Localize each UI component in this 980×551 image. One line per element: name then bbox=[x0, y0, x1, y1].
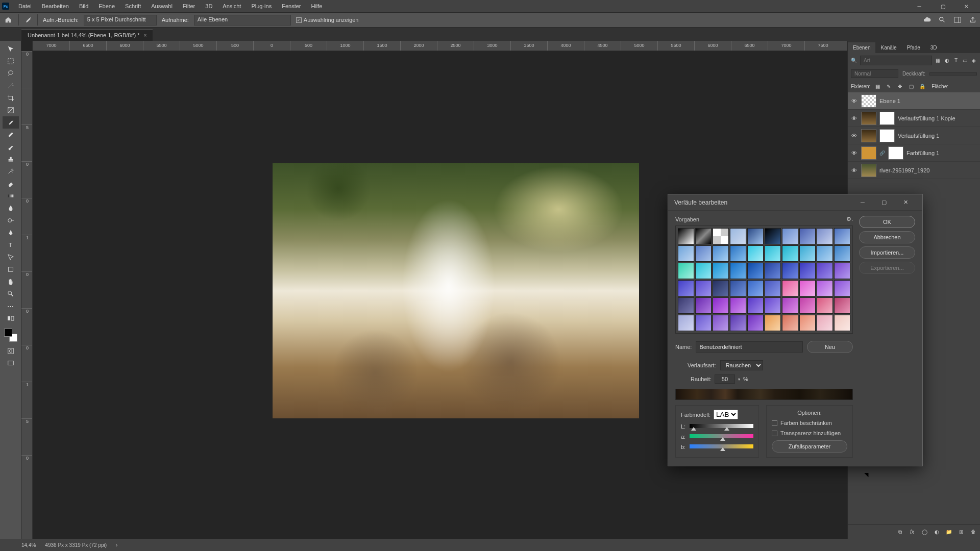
preset-swatch[interactable] bbox=[747, 263, 764, 279]
preset-swatch[interactable] bbox=[713, 280, 729, 296]
layer-mask-thumb[interactable] bbox=[879, 112, 895, 125]
preset-swatch[interactable] bbox=[834, 280, 850, 296]
preset-swatch[interactable] bbox=[747, 280, 764, 296]
dialog-minimize-button[interactable]: ─ bbox=[852, 195, 873, 210]
b-slider[interactable] bbox=[690, 444, 753, 449]
close-button[interactable]: ✕ bbox=[954, 0, 978, 12]
preset-swatch[interactable] bbox=[799, 263, 816, 279]
add-transparency-checkbox[interactable]: Transparenz hinzufügen bbox=[772, 430, 847, 436]
layer-thumb[interactable] bbox=[861, 94, 876, 108]
layer-thumb[interactable] bbox=[861, 164, 876, 177]
preset-swatch[interactable] bbox=[765, 245, 781, 262]
preset-swatch[interactable] bbox=[730, 297, 746, 314]
preset-swatch[interactable] bbox=[799, 297, 816, 314]
preset-swatch[interactable] bbox=[817, 263, 833, 279]
blur-tool[interactable] bbox=[3, 202, 19, 214]
lasso-tool[interactable] bbox=[3, 67, 19, 80]
cloud-icon[interactable] bbox=[923, 16, 931, 24]
preset-swatch[interactable] bbox=[765, 297, 781, 314]
preset-swatch[interactable] bbox=[765, 228, 781, 244]
filter-icon[interactable]: 🔍 bbox=[851, 56, 857, 64]
gradient-name-input[interactable] bbox=[696, 341, 803, 353]
doc-info[interactable]: 4936 Px x 3319 Px (72 ppi) bbox=[45, 542, 107, 548]
filter-type-icon[interactable]: T bbox=[953, 56, 959, 64]
heal-tool[interactable] bbox=[3, 129, 19, 141]
sample-of-select[interactable]: Alle Ebenen bbox=[194, 15, 291, 26]
eraser-tool[interactable] bbox=[3, 178, 19, 190]
visibility-icon[interactable]: 👁 bbox=[850, 167, 858, 173]
menu-plugins[interactable]: Plug-ins bbox=[246, 1, 277, 11]
visibility-icon[interactable]: 👁 bbox=[850, 115, 858, 121]
preset-swatch[interactable] bbox=[817, 228, 833, 244]
preset-swatch[interactable] bbox=[713, 297, 729, 314]
gradient-preview-strip[interactable] bbox=[675, 389, 853, 400]
dialog-maximize-button[interactable]: ▢ bbox=[873, 195, 895, 210]
tab-3d[interactable]: 3D bbox=[925, 42, 942, 53]
preset-swatch[interactable] bbox=[747, 228, 764, 244]
lock-paint-icon[interactable]: ✎ bbox=[885, 82, 893, 90]
preset-swatch[interactable] bbox=[713, 245, 729, 262]
preset-swatch[interactable] bbox=[695, 245, 712, 262]
preset-swatch[interactable] bbox=[765, 315, 781, 331]
shape-tool[interactable] bbox=[3, 263, 19, 276]
preset-swatch[interactable] bbox=[747, 297, 764, 314]
preset-swatch[interactable] bbox=[730, 228, 746, 244]
preset-swatch[interactable] bbox=[782, 263, 798, 279]
screenmode-tool[interactable] bbox=[3, 357, 19, 369]
color-model-select[interactable]: LAB bbox=[714, 410, 738, 419]
filter-pixel-icon[interactable]: ▦ bbox=[935, 56, 941, 64]
presets-menu-icon[interactable]: ⚙. bbox=[846, 216, 853, 222]
document-tab[interactable]: Unbenannt-1 bei 14,4% (Ebene 1, RGB/8#) … bbox=[21, 29, 153, 41]
cancel-button[interactable]: Abbrechen bbox=[859, 231, 915, 243]
preset-swatch[interactable] bbox=[834, 245, 850, 262]
opacity-input[interactable] bbox=[929, 72, 977, 76]
layer-name[interactable]: Ebene 1 bbox=[879, 98, 900, 104]
ok-button[interactable]: OK bbox=[859, 216, 915, 228]
menu-view[interactable]: Ansicht bbox=[217, 1, 246, 11]
preset-swatch[interactable] bbox=[730, 263, 746, 279]
dodge-tool[interactable] bbox=[3, 214, 19, 227]
import-button[interactable]: Importieren... bbox=[859, 246, 915, 259]
layer-fx-icon[interactable]: fx bbox=[909, 529, 916, 536]
filter-adjust-icon[interactable]: ◐ bbox=[944, 56, 950, 64]
preset-swatch[interactable] bbox=[765, 280, 781, 296]
layer-thumb[interactable] bbox=[861, 112, 876, 125]
preset-swatch[interactable] bbox=[695, 228, 712, 244]
menu-type[interactable]: Schrift bbox=[120, 1, 146, 11]
preset-swatch[interactable] bbox=[799, 245, 816, 262]
lock-all-icon[interactable]: 🔒 bbox=[918, 82, 926, 90]
preset-swatch[interactable] bbox=[747, 315, 764, 331]
preset-swatch[interactable] bbox=[799, 315, 816, 331]
sample-size-select[interactable]: 5 x 5 Pixel Durchschnitt bbox=[84, 15, 157, 26]
close-tab-icon[interactable]: × bbox=[144, 33, 147, 38]
preset-swatch[interactable] bbox=[713, 228, 729, 244]
eyedropper-tool[interactable] bbox=[3, 116, 19, 129]
menu-select[interactable]: Auswahl bbox=[146, 1, 178, 11]
preset-swatch[interactable] bbox=[678, 280, 694, 296]
menu-image[interactable]: Bild bbox=[74, 1, 93, 11]
lock-pixels-icon[interactable]: ▦ bbox=[873, 82, 881, 90]
frame-tool[interactable] bbox=[3, 104, 19, 116]
preset-swatch[interactable] bbox=[695, 280, 712, 296]
preset-swatch[interactable] bbox=[817, 297, 833, 314]
preset-swatch[interactable] bbox=[782, 245, 798, 262]
preset-swatch[interactable] bbox=[747, 245, 764, 262]
preset-swatch[interactable] bbox=[799, 280, 816, 296]
home-icon[interactable] bbox=[3, 15, 13, 25]
menu-file[interactable]: Datei bbox=[13, 1, 37, 11]
link-layers-icon[interactable]: ⧉ bbox=[896, 529, 903, 536]
preset-swatch[interactable] bbox=[678, 245, 694, 262]
blend-mode-select[interactable]: Normal bbox=[851, 69, 898, 78]
visibility-icon[interactable]: 👁 bbox=[850, 150, 858, 156]
marquee-tool[interactable] bbox=[3, 55, 19, 67]
menu-3d[interactable]: 3D bbox=[200, 1, 217, 11]
export-button[interactable]: Exportieren... bbox=[859, 262, 915, 274]
zoom-tool[interactable] bbox=[3, 288, 19, 300]
hand-tool[interactable] bbox=[3, 276, 19, 288]
layer-thumb[interactable] bbox=[861, 129, 876, 142]
tab-paths[interactable]: Pfade bbox=[902, 42, 925, 53]
preset-swatch[interactable] bbox=[834, 315, 850, 331]
tab-layers[interactable]: Ebenen bbox=[848, 42, 875, 53]
share-icon[interactable] bbox=[969, 16, 977, 24]
preset-swatch[interactable] bbox=[695, 263, 712, 279]
